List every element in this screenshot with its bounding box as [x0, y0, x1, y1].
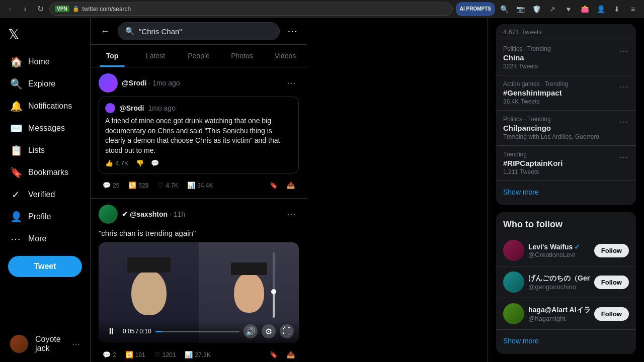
video-container[interactable]: ⏸ 0:05 / 0:10 🔊 ⚙ ⛶ [99, 242, 299, 343]
sidebar-user-more-btn[interactable]: ⋯ [72, 339, 80, 349]
lock-icon: 🔒 [72, 6, 79, 12]
tweet-button[interactable]: Tweet [8, 256, 82, 277]
quoted-reply-btn[interactable]: 💬 [151, 159, 159, 167]
search-tabs: Top Latest People Photos Videos [91, 45, 307, 67]
sidebar-item-home[interactable]: 🏠 Home [2, 51, 88, 73]
follow-item-0[interactable]: Levi's Waifus ✓ @CreationsLevi Follow [496, 235, 636, 266]
twitter-logo[interactable]: 𝕏 [0, 22, 90, 51]
follow-name-0: Levi's Waifus ✓ [528, 243, 590, 251]
trending-item-2[interactable]: Politics · Trending Chilpancingo Trendin… [496, 111, 636, 146]
tweet-2-like-btn[interactable]: ♡ 1201 [150, 348, 180, 361]
trending-sub-2: Trending with Los Ardillos, Guerrero [503, 133, 629, 140]
sidebar-item-explore[interactable]: 🔍 Explore [2, 73, 88, 95]
trending-item-1[interactable]: Action games · Trending #GenshinImpact 3… [496, 75, 636, 111]
tweet-1-more-btn[interactable]: ⋯ [284, 75, 299, 90]
ai-prompts-btn[interactable]: AI PROMPTS [456, 2, 495, 16]
tab-top[interactable]: Top [91, 45, 134, 67]
quoted-dislike-btn[interactable]: 👎 [136, 159, 144, 167]
follow-show-more[interactable]: Show more [496, 330, 636, 352]
tweet-1-reply-btn[interactable]: 💬 25 [99, 178, 123, 192]
browser-back-btn[interactable]: ‹ [4, 3, 16, 15]
sidebar-user-avatar [10, 335, 28, 353]
video-progress-bar[interactable] [155, 331, 239, 332]
share-icon: 📤 [287, 182, 295, 189]
browser-shield-btn[interactable]: 🛡️ [529, 2, 543, 16]
sidebar-item-label-more: More [28, 234, 46, 243]
trending-count-1: 36.4K Tweets [503, 98, 629, 105]
browser-menu-btn[interactable]: ≡ [626, 2, 640, 16]
quoted-like-btn[interactable]: 👍 4.7K [105, 159, 129, 167]
tweet-2-bookmark-btn[interactable]: 🔖 [266, 348, 282, 361]
follow-info-2: haga@Alart AIイラスト @hagamight [528, 306, 590, 322]
browser-wallet-btn[interactable]: 👛 [578, 2, 592, 16]
sidebar-user[interactable]: Coyote jack ⋯ [2, 330, 88, 358]
tweet-1-retweet-btn[interactable]: 🔁 528 [124, 178, 152, 192]
browser-heart-btn[interactable]: ♥ [561, 2, 576, 16]
fullscreen-btn[interactable]: ⛶ [280, 324, 294, 338]
tweet-2-text: "chris chan is trending again" [99, 228, 299, 238]
video-time: 0:05 / 0:10 [123, 328, 151, 335]
tweet-2-meta: ✔ @saxshton · 11h ⋯ [99, 205, 299, 224]
tab-people[interactable]: People [177, 45, 220, 67]
sidebar-item-lists[interactable]: 📋 Lists [2, 139, 88, 161]
browser-send-btn[interactable]: ↗ [545, 2, 559, 16]
back-button[interactable]: ← [97, 23, 114, 40]
quoted-time: 1mo ago [148, 104, 175, 112]
tab-photos[interactable]: Photos [220, 45, 264, 67]
sidebar-item-more[interactable]: ⋯ More [2, 228, 88, 250]
video-settings-btn[interactable]: ⚙ [262, 324, 276, 338]
sidebar-item-profile[interactable]: 👤 Profile [2, 206, 88, 228]
trending-item-3-more-btn[interactable]: ⋯ [617, 150, 631, 164]
tweet-1-bookmark-btn[interactable]: 🔖 [266, 178, 282, 192]
trending-item-3[interactable]: Trending #RIPCaptainKori 1,211 Tweets ⋯ [496, 146, 636, 181]
search-more-btn[interactable]: ⋯ [284, 23, 301, 40]
trending-item-0[interactable]: Politics · Trending China 322K Tweets ⋯ [496, 40, 636, 75]
follow-btn-0[interactable]: Follow [594, 244, 629, 257]
follow-handle-0: @CreationsLevi [528, 251, 590, 258]
trending-item-2-more-btn[interactable]: ⋯ [617, 115, 631, 129]
vpn-badge: VPN [55, 6, 69, 12]
tab-latest[interactable]: Latest [134, 45, 177, 67]
trending-item-0-more-btn[interactable]: ⋯ [617, 44, 631, 58]
tweet-1-views-btn[interactable]: 📊 34.4K [183, 178, 217, 192]
browser-forward-btn[interactable]: › [19, 3, 31, 15]
sidebar-item-label-profile: Profile [28, 212, 51, 221]
tweet-2-retweet-btn[interactable]: 🔁 191 [121, 348, 149, 361]
tweet-2-avatar [99, 205, 118, 224]
trending-item-1-more-btn[interactable]: ⋯ [617, 79, 631, 94]
sidebar-item-label-verified: Verified [28, 190, 55, 199]
tweet-1-share-btn[interactable]: 📤 [283, 178, 299, 192]
pause-btn[interactable]: ⏸ [104, 324, 119, 339]
sidebar-item-messages[interactable]: ✉️ Messages [2, 117, 88, 139]
home-icon: 🏠 [10, 56, 21, 68]
sidebar-item-bookmarks[interactable]: 🔖 Bookmarks [2, 161, 88, 184]
sidebar-item-notifications[interactable]: 🔔 Notifications [2, 95, 88, 117]
follow-item-2[interactable]: haga@Alart AIイラスト @hagamight Follow [496, 298, 636, 330]
tweet-2-views-btn[interactable]: 📊 27.3K [181, 348, 214, 361]
tweet-1-like-btn[interactable]: ♡ 4.7K [153, 178, 182, 192]
views-icon: 📊 [187, 182, 195, 189]
browser-screenshot-btn[interactable]: 📷 [513, 2, 527, 16]
mute-btn[interactable]: 🔊 [244, 324, 258, 338]
follow-handle-2: @hagamight [528, 315, 590, 322]
follow-btn-2[interactable]: Follow [594, 307, 629, 321]
browser-download-btn[interactable]: ⬇ [610, 2, 624, 16]
sidebar-item-verified[interactable]: ✓ Verified [2, 184, 88, 206]
tweet-1-quoted: @Srodi 1mo ago A friend of mine once got… [99, 97, 299, 173]
follow-item-1[interactable]: げんごのちの（Gen... ✓ @gengonochino Follow [496, 266, 636, 298]
tab-videos[interactable]: Videos [264, 45, 307, 67]
search-bar[interactable]: 🔍 "Chris Chan" [118, 22, 280, 40]
tweet-2-share-btn[interactable]: 📤 [283, 348, 299, 361]
follow-btn-1[interactable]: Follow [594, 276, 629, 289]
browser-account-btn[interactable]: 👤 [594, 2, 608, 16]
tweet-2-more-btn[interactable]: ⋯ [284, 207, 299, 222]
tweet-2-actions: 💬 2 🔁 191 ♡ 1201 📊 27.3K [99, 348, 299, 361]
browser-refresh-btn[interactable]: ↻ [34, 3, 46, 15]
browser-search-btn[interactable]: 🔍 [497, 2, 511, 16]
tweet-2-reply-btn[interactable]: 💬 2 [99, 348, 120, 361]
trending-show-more[interactable]: Show more [496, 181, 636, 203]
who-to-follow-section: Who to follow Levi's Waifus ✓ @Creations… [496, 212, 636, 354]
sidebar-item-label-home: Home [28, 57, 50, 66]
search-icon: 🔍 [125, 27, 135, 36]
search-query: "Chris Chan" [139, 27, 182, 36]
